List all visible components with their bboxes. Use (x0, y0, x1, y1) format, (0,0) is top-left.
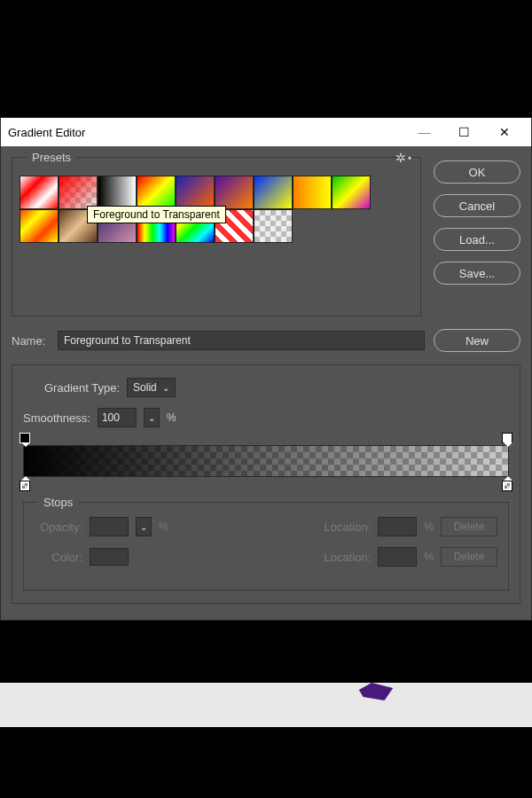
gradient-editor-dialog: Gradient Editor — ☐ ✕ Presets ✲ ▾ (0, 117, 532, 621)
color-location-unit: % (424, 551, 434, 563)
opacity-label: Opacity: (35, 520, 82, 534)
gear-icon: ✲ (395, 151, 406, 165)
opacity-delete-button: Delete (441, 517, 497, 536)
opacity-stop-right[interactable] (502, 433, 512, 443)
color-delete-button: Delete (441, 547, 497, 567)
maximize-button[interactable]: ☐ (444, 119, 484, 145)
smoothness-unit: % (167, 411, 176, 424)
preset-swatch[interactable] (20, 176, 59, 209)
color-label: Color: (35, 551, 82, 564)
preset-swatch[interactable] (215, 176, 254, 209)
color-stop-right[interactable] (502, 481, 512, 491)
preset-tooltip: Foreground to Transparent (87, 206, 226, 223)
color-swatch (90, 548, 129, 566)
preset-swatch[interactable] (137, 176, 176, 209)
presets-menu-button[interactable]: ✲ ▾ (395, 151, 413, 165)
smoothness-input[interactable] (98, 408, 137, 427)
color-location-input (378, 547, 417, 567)
gradient-ramp[interactable] (23, 445, 509, 477)
opacity-location-label: Location: (323, 520, 371, 534)
load-button[interactable]: Load... (434, 228, 520, 251)
titlebar[interactable]: Gradient Editor — ☐ ✕ (1, 118, 531, 146)
preset-swatch[interactable] (332, 176, 371, 209)
new-button[interactable]: New (434, 329, 520, 352)
color-stop-left[interactable] (20, 481, 30, 491)
preset-swatch[interactable] (176, 176, 215, 209)
preset-swatch-grid: Foreground to Transparent (20, 176, 374, 243)
opacity-unit: % (159, 520, 168, 533)
preset-swatch[interactable] (254, 176, 293, 209)
opacity-location-input (378, 517, 417, 536)
gradient-type-select[interactable]: Solid (127, 378, 176, 397)
ok-button[interactable]: OK (434, 160, 520, 184)
smoothness-label: Smoothness: (23, 411, 90, 425)
opacity-stop-left[interactable] (20, 433, 30, 443)
presets-panel: Presets ✲ ▾ (12, 157, 421, 317)
gradient-bar[interactable] (23, 445, 509, 477)
save-button[interactable]: Save... (434, 262, 520, 285)
preset-swatch[interactable] (59, 176, 98, 209)
stops-label: Stops (38, 496, 78, 509)
preset-swatch[interactable] (98, 176, 137, 209)
dialog-title: Gradient Editor (8, 126, 404, 139)
canvas-background (0, 683, 532, 727)
opacity-input (90, 517, 129, 536)
menu-caret-icon: ▾ (408, 154, 411, 162)
preset-swatch[interactable] (254, 209, 293, 243)
gradient-type-value: Solid (133, 381, 157, 394)
cancel-button[interactable]: Cancel (434, 194, 520, 217)
name-input[interactable] (58, 331, 425, 350)
gradient-type-label: Gradient Type: (44, 381, 120, 395)
opacity-location-unit: % (424, 520, 434, 533)
minimize-button[interactable]: — (404, 119, 444, 145)
presets-label: Presets (27, 151, 76, 164)
preset-swatch[interactable] (20, 209, 59, 243)
preset-swatch[interactable] (293, 176, 332, 209)
smoothness-dropdown[interactable]: ⌄ (144, 408, 160, 427)
opacity-dropdown: ⌄ (136, 517, 152, 536)
close-button[interactable]: ✕ (484, 119, 524, 145)
gradient-settings-panel: Gradient Type: Solid Smoothness: ⌄ % (12, 364, 520, 604)
dialog-body: Presets ✲ ▾ (1, 146, 531, 620)
name-label: Name: (12, 334, 49, 348)
color-location-label: Location: (323, 551, 371, 564)
stops-panel: Stops Opacity: ⌄ % Location: % Delete Co… (23, 502, 509, 591)
